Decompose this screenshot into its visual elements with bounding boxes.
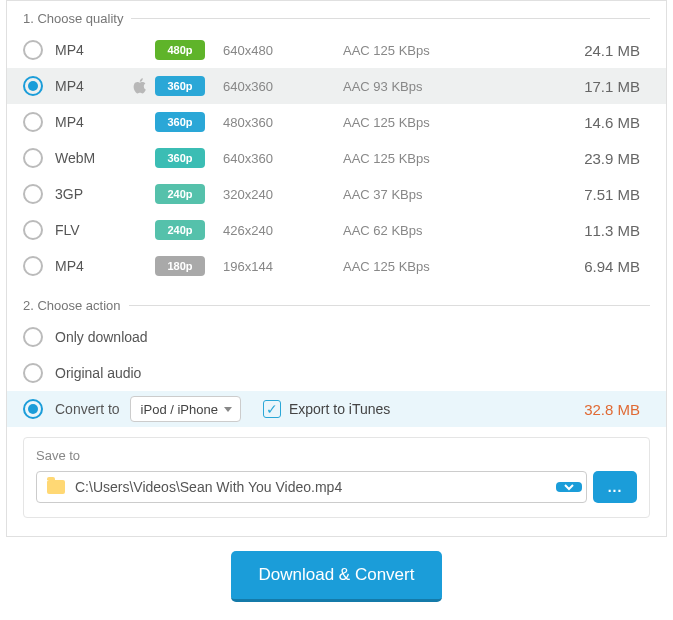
codec-label: AAC 125 KBps	[343, 259, 493, 274]
quality-badge: 480p	[155, 40, 205, 60]
radio-icon	[23, 327, 43, 347]
save-to-block: Save to C:\Users\Videos\Sean With You Vi…	[23, 437, 650, 518]
format-label: MP4	[55, 258, 125, 274]
action-label: Only download	[55, 329, 148, 345]
quality-row[interactable]: MP4360p480x360AAC 125 KBps14.6 MB	[7, 104, 666, 140]
save-path-input[interactable]: C:\Users\Videos\Sean With You Video.mp4	[36, 471, 587, 503]
quality-row[interactable]: WebM360p640x360AAC 125 KBps23.9 MB	[7, 140, 666, 176]
section-choose-action: 2. Choose action	[7, 298, 666, 319]
section-choose-quality: 1. Choose quality	[7, 11, 666, 32]
radio-icon	[23, 76, 43, 96]
format-label: 3GP	[55, 186, 125, 202]
quality-badge: 360p	[155, 112, 205, 132]
browse-button[interactable]: ...	[593, 471, 637, 503]
export-itunes-checkbox[interactable]: ✓	[263, 400, 281, 418]
result-size: 32.8 MB	[390, 401, 650, 418]
export-itunes-label: Export to iTunes	[289, 401, 390, 417]
radio-icon	[23, 256, 43, 276]
divider	[129, 305, 650, 306]
quality-badge: 240p	[155, 220, 205, 240]
codec-label: AAC 37 KBps	[343, 187, 493, 202]
radio-icon	[23, 40, 43, 60]
size-label: 6.94 MB	[493, 258, 650, 275]
save-to-label: Save to	[36, 448, 637, 463]
action-convert-to[interactable]: Convert to iPod / iPhone ✓ Export to iTu…	[7, 391, 666, 427]
quality-list[interactable]: MP4480p640x480AAC 125 KBps24.1 MBMP4360p…	[7, 32, 666, 284]
codec-label: AAC 62 KBps	[343, 223, 493, 238]
resolution-label: 640x360	[223, 151, 343, 166]
size-label: 11.3 MB	[493, 222, 650, 239]
size-label: 24.1 MB	[493, 42, 650, 59]
resolution-label: 320x240	[223, 187, 343, 202]
resolution-label: 640x480	[223, 43, 343, 58]
radio-icon	[23, 184, 43, 204]
divider	[131, 18, 650, 19]
main-button-label: Download & Convert	[259, 565, 415, 584]
format-label: WebM	[55, 150, 125, 166]
quality-badge: 360p	[155, 148, 205, 168]
action-original-audio[interactable]: Original audio	[7, 355, 666, 391]
codec-label: AAC 125 KBps	[343, 151, 493, 166]
radio-icon	[23, 363, 43, 383]
format-label: MP4	[55, 42, 125, 58]
codec-label: AAC 125 KBps	[343, 43, 493, 58]
save-path-text: C:\Users\Videos\Sean With You Video.mp4	[75, 479, 556, 495]
radio-icon	[23, 220, 43, 240]
resolution-label: 196x144	[223, 259, 343, 274]
convert-target-select[interactable]: iPod / iPhone	[130, 396, 241, 422]
action-label: Convert to	[55, 401, 120, 417]
section-title: 2. Choose action	[23, 298, 121, 313]
section-title: 1. Choose quality	[23, 11, 123, 26]
size-label: 17.1 MB	[493, 78, 650, 95]
radio-icon	[23, 399, 43, 419]
format-label: MP4	[55, 78, 125, 94]
quality-badge: 360p	[155, 76, 205, 96]
resolution-label: 426x240	[223, 223, 343, 238]
quality-row[interactable]: MP4180p196x144AAC 125 KBps6.94 MB	[7, 248, 666, 284]
quality-row[interactable]: MP4360p640x360AAC 93 KBps17.1 MB	[7, 68, 666, 104]
size-label: 14.6 MB	[493, 114, 650, 131]
download-convert-button[interactable]: Download & Convert	[231, 551, 443, 602]
apple-icon	[125, 77, 155, 95]
codec-label: AAC 125 KBps	[343, 115, 493, 130]
resolution-label: 480x360	[223, 115, 343, 130]
select-value: iPod / iPhone	[141, 402, 218, 417]
size-label: 7.51 MB	[493, 186, 650, 203]
quality-row[interactable]: 3GP240p320x240AAC 37 KBps7.51 MB	[7, 176, 666, 212]
resolution-label: 640x360	[223, 79, 343, 94]
format-label: FLV	[55, 222, 125, 238]
quality-badge: 240p	[155, 184, 205, 204]
action-label: Original audio	[55, 365, 141, 381]
quality-row[interactable]: MP4480p640x480AAC 125 KBps24.1 MB	[7, 32, 666, 68]
folder-icon	[47, 480, 65, 494]
action-only-download[interactable]: Only download	[7, 319, 666, 355]
radio-icon	[23, 148, 43, 168]
browse-label: ...	[608, 479, 623, 495]
quality-row[interactable]: FLV240p426x240AAC 62 KBps11.3 MB	[7, 212, 666, 248]
format-label: MP4	[55, 114, 125, 130]
path-dropdown-button[interactable]	[556, 482, 582, 492]
size-label: 23.9 MB	[493, 150, 650, 167]
codec-label: AAC 93 KBps	[343, 79, 493, 94]
quality-badge: 180p	[155, 256, 205, 276]
radio-icon	[23, 112, 43, 132]
